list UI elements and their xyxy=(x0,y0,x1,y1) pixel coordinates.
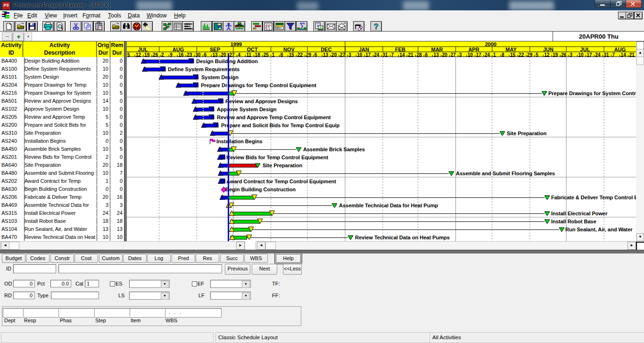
svg-text:Review Technical Data on Heat: Review Technical Data on Heat Pumps xyxy=(355,235,450,240)
svg-text:Approve System Design: Approve System Design xyxy=(217,106,277,112)
svg-text:6: 6 xyxy=(425,52,428,57)
svg-text:1999: 1999 xyxy=(231,41,242,47)
svg-text:Review Bids for Temp Control E: Review Bids for Temp Control Equipment xyxy=(226,155,328,160)
svg-text:8: 8 xyxy=(281,52,283,57)
svg-text:Design Building Addition: Design Building Addition xyxy=(196,58,258,64)
svg-text:2: 2 xyxy=(161,52,164,57)
svg-text:20: 20 xyxy=(442,52,448,57)
svg-text:29: 29 xyxy=(527,52,533,57)
svg-text:Assemble Technical Data for He: Assemble Technical Data for Heat Pump xyxy=(339,203,438,208)
svg-text:24: 24 xyxy=(595,52,601,57)
svg-text:19: 19 xyxy=(553,52,558,57)
svg-text:15: 15 xyxy=(510,52,516,57)
svg-text:27: 27 xyxy=(230,52,235,57)
svg-text:14: 14 xyxy=(399,52,405,57)
svg-text:28: 28 xyxy=(417,52,422,57)
svg-text:15: 15 xyxy=(289,52,295,57)
svg-text:6: 6 xyxy=(314,52,317,57)
svg-text:3: 3 xyxy=(570,52,572,57)
svg-text:1: 1 xyxy=(272,52,275,57)
svg-text:6: 6 xyxy=(204,52,206,57)
svg-text:21: 21 xyxy=(629,52,635,57)
svg-text:14: 14 xyxy=(621,52,627,57)
svg-text:3: 3 xyxy=(348,52,351,57)
svg-text:10: 10 xyxy=(357,52,363,57)
svg-text:23: 23 xyxy=(187,52,192,57)
svg-text:Assemble Brick Samples: Assemble Brick Samples xyxy=(303,147,365,152)
svg-text:7: 7 xyxy=(391,52,394,57)
svg-text:JUN: JUN xyxy=(543,47,553,52)
svg-text:16: 16 xyxy=(178,52,184,57)
svg-text:APR: APR xyxy=(468,47,479,52)
svg-text:Site Preparation: Site Preparation xyxy=(507,131,546,136)
svg-text:30: 30 xyxy=(195,52,201,57)
svg-text:1: 1 xyxy=(493,52,496,57)
svg-text:19: 19 xyxy=(144,52,150,57)
svg-text:MAR: MAR xyxy=(431,47,443,52)
svg-text:DEC: DEC xyxy=(321,47,331,52)
svg-text:22: 22 xyxy=(519,52,524,57)
svg-text:22: 22 xyxy=(297,52,303,57)
svg-text:18: 18 xyxy=(255,52,261,57)
svg-text:Begin Building Construction: Begin Building Construction xyxy=(225,187,296,192)
svg-text:4: 4 xyxy=(238,52,241,57)
svg-text:Award Contract for Temp Contro: Award Contract for Temp Control Equipmen… xyxy=(226,179,336,184)
svg-text:21: 21 xyxy=(408,52,414,57)
svg-text:Prepare and Solicit Bids for T: Prepare and Solicit Bids for Temp Contro… xyxy=(221,122,339,128)
svg-text:MAY: MAY xyxy=(505,47,517,52)
svg-text:31: 31 xyxy=(604,52,610,57)
svg-text:10: 10 xyxy=(468,52,473,57)
svg-text:JUL: JUL xyxy=(138,47,148,52)
svg-text:12: 12 xyxy=(544,52,550,57)
svg-text:13: 13 xyxy=(434,52,439,57)
svg-text:Run Sealant, Air, and Water: Run Sealant, Air, and Water xyxy=(565,227,633,232)
svg-text:13: 13 xyxy=(212,52,218,57)
svg-text:17: 17 xyxy=(476,52,482,57)
svg-text:24: 24 xyxy=(374,52,380,57)
svg-text:Site Preparation: Site Preparation xyxy=(263,163,302,168)
svg-text:Install Electrical Power: Install Electrical Power xyxy=(551,211,608,216)
svg-text:Review and Approve Designs: Review and Approve Designs xyxy=(225,98,298,104)
svg-text:Fabricate & Deliver Temp Contr: Fabricate & Deliver Temp Control Equipme… xyxy=(551,195,636,200)
svg-text:FEB: FEB xyxy=(395,47,405,52)
svg-text:Review and Approve Temp Contro: Review and Approve Temp Control Equipmen… xyxy=(217,114,331,120)
svg-text:10: 10 xyxy=(578,52,584,57)
svg-text:31: 31 xyxy=(382,52,388,57)
svg-text:OCT: OCT xyxy=(247,47,258,52)
svg-text:29: 29 xyxy=(306,52,312,57)
svg-text:27: 27 xyxy=(340,52,346,57)
svg-text:17: 17 xyxy=(365,52,371,57)
svg-text:Installation Begins: Installation Begins xyxy=(216,139,263,144)
svg-text:25: 25 xyxy=(264,52,269,57)
svg-text:Prepare Drawings for Temp Cont: Prepare Drawings for Temp Control Equipm… xyxy=(201,82,316,88)
svg-text:3: 3 xyxy=(459,52,462,57)
svg-text:7: 7 xyxy=(612,52,615,57)
svg-text:17: 17 xyxy=(586,52,592,57)
svg-text:NOV: NOV xyxy=(283,47,295,52)
svg-text:JAN: JAN xyxy=(359,47,369,52)
svg-text:26: 26 xyxy=(561,52,567,57)
svg-text:26: 26 xyxy=(153,52,158,57)
svg-text:13: 13 xyxy=(323,52,329,57)
svg-text:AUG: AUG xyxy=(173,47,184,52)
svg-text:AUG: AUG xyxy=(614,47,626,52)
svg-text:24: 24 xyxy=(485,52,490,57)
svg-text:JUL: JUL xyxy=(580,47,590,52)
svg-text:SEP: SEP xyxy=(210,47,220,52)
svg-text:System Design: System Design xyxy=(201,74,239,80)
svg-text:12: 12 xyxy=(136,52,141,57)
svg-text:Assemble and Submit Flooring S: Assemble and Submit Flooring Samples xyxy=(456,171,555,176)
svg-text:20: 20 xyxy=(221,52,227,57)
svg-text:8: 8 xyxy=(502,52,504,57)
svg-text:5: 5 xyxy=(536,52,538,57)
svg-text:5: 5 xyxy=(127,52,130,57)
svg-text:Install Robot Base: Install Robot Base xyxy=(551,219,596,224)
svg-text:9: 9 xyxy=(170,52,173,57)
svg-text:2000: 2000 xyxy=(485,41,496,47)
svg-text:27: 27 xyxy=(451,52,456,57)
svg-text:?: ? xyxy=(374,23,379,31)
svg-text:11: 11 xyxy=(247,52,252,57)
svg-text:Prepare Drawings for System Co: Prepare Drawings for System Control Equi… xyxy=(548,90,636,96)
svg-text:20: 20 xyxy=(331,52,337,57)
